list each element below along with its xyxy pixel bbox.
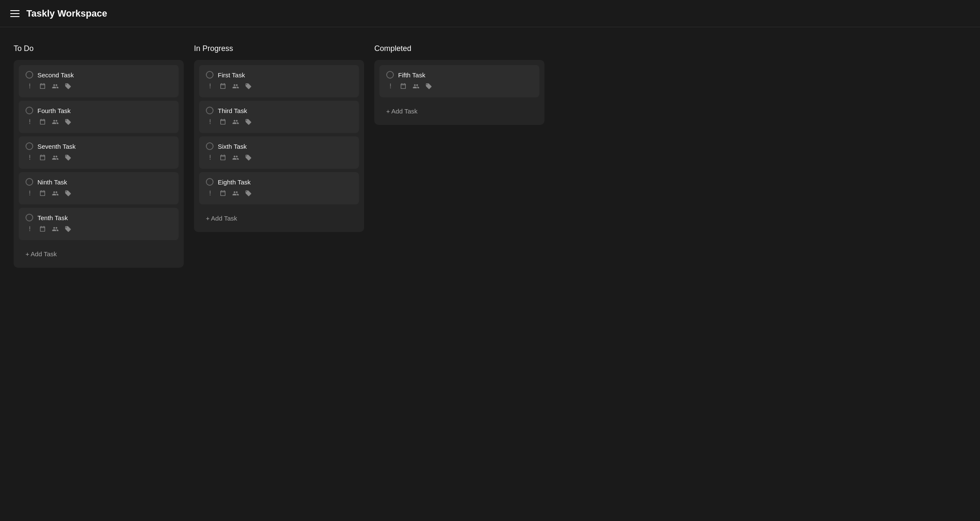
priority-icon[interactable] xyxy=(207,83,214,91)
task-name-task-9: Ninth Task xyxy=(37,178,67,186)
tag-icon[interactable] xyxy=(65,83,71,91)
task-card-task-7[interactable]: Seventh Task xyxy=(19,136,179,169)
people-icon[interactable] xyxy=(52,154,59,163)
people-icon[interactable] xyxy=(52,226,59,234)
task-name-task-8: Eighth Task xyxy=(218,178,251,186)
priority-icon[interactable] xyxy=(26,226,33,234)
calendar-icon[interactable] xyxy=(219,154,226,163)
add-task-button-todo[interactable]: + Add Task xyxy=(19,245,179,263)
task-icons-task-4 xyxy=(26,119,172,127)
people-icon[interactable] xyxy=(52,119,59,127)
app-header: Taskly Workspace xyxy=(0,0,980,27)
priority-icon[interactable] xyxy=(26,83,33,91)
priority-icon[interactable] xyxy=(207,190,214,198)
task-checkbox-task-1[interactable] xyxy=(206,71,214,79)
task-icons-task-5 xyxy=(386,83,533,91)
column-title-todo: To Do xyxy=(14,44,184,53)
task-checkbox-task-7[interactable] xyxy=(26,142,33,150)
task-name-task-1: First Task xyxy=(218,71,245,79)
calendar-icon[interactable] xyxy=(219,190,226,198)
tag-icon[interactable] xyxy=(65,119,71,127)
task-card-task-6[interactable]: Sixth Task xyxy=(199,136,359,169)
task-icons-task-9 xyxy=(26,190,172,198)
column-title-completed: Completed xyxy=(374,44,544,53)
task-icons-task-10 xyxy=(26,226,172,234)
priority-icon[interactable] xyxy=(207,154,214,163)
task-checkbox-task-4[interactable] xyxy=(26,107,33,114)
tag-icon[interactable] xyxy=(245,190,252,198)
app-title: Taskly Workspace xyxy=(26,8,107,19)
hamburger-menu[interactable] xyxy=(10,10,20,17)
task-card-task-9[interactable]: Ninth Task xyxy=(19,172,179,204)
tag-icon[interactable] xyxy=(65,190,71,198)
tag-icon[interactable] xyxy=(245,119,252,127)
column-inprogress: In ProgressFirst TaskThird TaskSixth Tas… xyxy=(194,44,364,232)
priority-icon[interactable] xyxy=(26,190,33,198)
task-checkbox-task-6[interactable] xyxy=(206,142,214,150)
task-checkbox-task-10[interactable] xyxy=(26,214,33,221)
calendar-icon[interactable] xyxy=(39,119,46,127)
task-icons-task-6 xyxy=(206,154,352,163)
people-icon[interactable] xyxy=(232,154,239,163)
task-header-task-2: Second Task xyxy=(26,71,172,79)
task-icons-task-2 xyxy=(26,83,172,91)
task-card-task-1[interactable]: First Task xyxy=(199,65,359,97)
priority-icon[interactable] xyxy=(387,83,394,91)
calendar-icon[interactable] xyxy=(400,83,407,91)
task-header-task-10: Tenth Task xyxy=(26,214,172,221)
people-icon[interactable] xyxy=(232,83,239,91)
task-name-task-2: Second Task xyxy=(37,71,74,79)
task-header-task-9: Ninth Task xyxy=(26,178,172,186)
column-title-inprogress: In Progress xyxy=(194,44,364,53)
kanban-board: To DoSecond TaskFourth TaskSeventh TaskN… xyxy=(0,27,980,285)
task-checkbox-task-8[interactable] xyxy=(206,178,214,186)
calendar-icon[interactable] xyxy=(39,83,46,91)
task-icons-task-8 xyxy=(206,190,352,198)
task-name-task-4: Fourth Task xyxy=(37,107,71,114)
task-name-task-5: Fifth Task xyxy=(398,71,425,79)
task-header-task-4: Fourth Task xyxy=(26,107,172,114)
column-body-completed: Fifth Task+ Add Task xyxy=(374,60,544,125)
tag-icon[interactable] xyxy=(65,154,71,163)
task-checkbox-task-5[interactable] xyxy=(386,71,394,79)
task-header-task-6: Sixth Task xyxy=(206,142,352,150)
task-header-task-5: Fifth Task xyxy=(386,71,533,79)
task-card-task-4[interactable]: Fourth Task xyxy=(19,101,179,133)
priority-icon[interactable] xyxy=(26,154,33,163)
task-checkbox-task-2[interactable] xyxy=(26,71,33,79)
task-icons-task-3 xyxy=(206,119,352,127)
task-icons-task-1 xyxy=(206,83,352,91)
tag-icon[interactable] xyxy=(245,154,252,163)
tag-icon[interactable] xyxy=(245,83,252,91)
task-name-task-3: Third Task xyxy=(218,107,247,114)
calendar-icon[interactable] xyxy=(39,190,46,198)
tag-icon[interactable] xyxy=(425,83,432,91)
task-card-task-8[interactable]: Eighth Task xyxy=(199,172,359,204)
task-card-task-3[interactable]: Third Task xyxy=(199,101,359,133)
people-icon[interactable] xyxy=(232,119,239,127)
task-checkbox-task-3[interactable] xyxy=(206,107,214,114)
task-card-task-10[interactable]: Tenth Task xyxy=(19,208,179,240)
priority-icon[interactable] xyxy=(26,119,33,127)
people-icon[interactable] xyxy=(52,190,59,198)
calendar-icon[interactable] xyxy=(39,154,46,163)
task-header-task-8: Eighth Task xyxy=(206,178,352,186)
task-name-task-6: Sixth Task xyxy=(218,143,247,150)
task-name-task-10: Tenth Task xyxy=(37,214,68,221)
task-checkbox-task-9[interactable] xyxy=(26,178,33,186)
task-card-task-5[interactable]: Fifth Task xyxy=(379,65,539,97)
tag-icon[interactable] xyxy=(65,226,71,234)
people-icon[interactable] xyxy=(232,190,239,198)
task-header-task-7: Seventh Task xyxy=(26,142,172,150)
calendar-icon[interactable] xyxy=(219,83,226,91)
task-header-task-3: Third Task xyxy=(206,107,352,114)
task-card-task-2[interactable]: Second Task xyxy=(19,65,179,97)
calendar-icon[interactable] xyxy=(219,119,226,127)
add-task-button-completed[interactable]: + Add Task xyxy=(379,102,539,120)
people-icon[interactable] xyxy=(413,83,419,91)
people-icon[interactable] xyxy=(52,83,59,91)
column-completed: CompletedFifth Task+ Add Task xyxy=(374,44,544,125)
calendar-icon[interactable] xyxy=(39,226,46,234)
add-task-button-inprogress[interactable]: + Add Task xyxy=(199,210,359,227)
priority-icon[interactable] xyxy=(207,119,214,127)
